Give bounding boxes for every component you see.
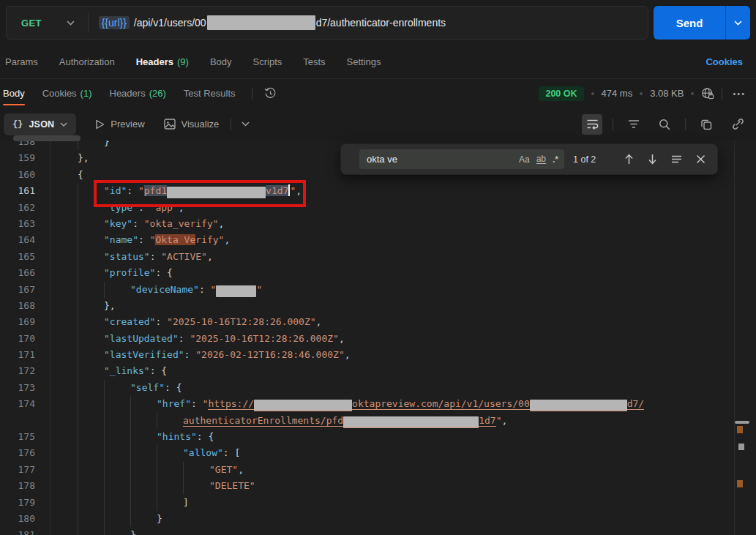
dot-separator — [591, 92, 594, 95]
find-options-icon[interactable] — [671, 155, 682, 163]
line-number: 159 — [0, 150, 35, 166]
code-token: { — [208, 431, 214, 442]
request-tab-params[interactable]: Params — [5, 56, 38, 67]
indent-guide — [157, 462, 157, 478]
code-line[interactable]: 164"name": "Okta Verify", — [0, 232, 756, 248]
indent-guide — [78, 347, 78, 363]
wrap-text-button[interactable] — [582, 114, 602, 135]
close-icon[interactable] — [696, 154, 706, 164]
view-options-chevron-icon[interactable] — [242, 121, 250, 127]
code-line[interactable]: 172"_links": { — [0, 363, 756, 379]
line-number: 164 — [0, 232, 35, 248]
redacted-value — [216, 285, 256, 297]
visualize-toggle[interactable]: Visualize — [164, 119, 220, 130]
request-tab-headers[interactable]: Headers(9) — [136, 56, 189, 67]
indent-guide — [130, 429, 131, 445]
code-line[interactable]: 176"allow": [ — [0, 445, 756, 461]
history-icon[interactable] — [264, 87, 277, 100]
code-token: "2025-10-16T12:28:26.000Z" — [167, 316, 316, 327]
code-line[interactable]: 163"key": "okta_verify", — [0, 216, 756, 232]
code-text: "name": "Okta Verify", — [104, 232, 230, 248]
indent-guide — [78, 282, 78, 298]
code-token: , — [316, 316, 322, 327]
code-line[interactable]: 171"lastVerified": "2026-02-12T16:28:46.… — [0, 347, 756, 363]
response-tab-body[interactable]: Body — [3, 79, 25, 108]
request-tab-authorization[interactable]: Authorization — [59, 56, 115, 67]
request-tab-settings[interactable]: Settings — [347, 56, 381, 67]
line-number: 181 — [0, 527, 35, 535]
network-globe-icon[interactable] — [701, 87, 714, 100]
link-icon[interactable] — [727, 114, 747, 135]
search-input[interactable]: okta ve Aa ab .* — [359, 149, 564, 169]
indent-guide — [78, 413, 78, 429]
more-options-icon[interactable]: ••• — [733, 89, 746, 98]
line-number: 171 — [0, 347, 35, 363]
whole-word-toggle[interactable]: ab — [536, 154, 546, 164]
code-token: : — [155, 316, 167, 327]
code-line[interactable]: 169"created": "2025-10-16T12:28:26.000Z"… — [0, 314, 756, 330]
line-number: 170 — [0, 331, 35, 347]
code-line[interactable]: 165"status": "ACTIVE", — [0, 249, 756, 265]
code-token: , — [501, 415, 507, 426]
code-token: "created" — [104, 316, 155, 327]
code-token: : — [155, 267, 167, 278]
cookies-link[interactable]: Cookies — [706, 56, 743, 67]
next-match-icon[interactable] — [648, 154, 657, 165]
search-results-count: 1 of 2 — [573, 154, 596, 165]
request-tab-scripts[interactable]: Scripts — [253, 56, 282, 67]
url-value[interactable]: {{url}} /api/v1/users/00d7/authenticator… — [89, 15, 648, 30]
code-line[interactable]: 178"DELETE" — [0, 478, 756, 494]
tab-count: (9) — [177, 56, 189, 67]
send-label[interactable]: Send — [654, 6, 725, 40]
match-case-toggle[interactable]: Aa — [519, 154, 530, 165]
indent-guide — [78, 298, 78, 314]
response-tab-cookies[interactable]: Cookies(1) — [42, 79, 92, 108]
code-line[interactable]: 173"self": { — [0, 380, 756, 396]
previous-match-icon[interactable] — [624, 154, 634, 165]
code-token: { — [78, 169, 83, 180]
code-line[interactable]: authenticatorEnrollments/pfd1d7", — [0, 413, 756, 429]
url-input[interactable]: GET {{url}} /api/v1/users/00d7/authentic… — [6, 6, 648, 40]
filter-icon[interactable] — [624, 114, 644, 135]
indent-guide — [104, 527, 105, 535]
code-token: : — [179, 333, 190, 344]
code-line[interactable]: 170"lastUpdated": "2025-10-16T12:28:26.0… — [0, 331, 756, 347]
body-format-dropdown[interactable]: {} JSON — [4, 113, 76, 135]
response-body-editor[interactable]: 158}159},160{161"id": "pfd1v1d7",162"typ… — [0, 141, 756, 535]
regex-toggle[interactable]: .* — [553, 154, 558, 165]
code-line[interactable]: 179] — [0, 495, 756, 511]
code-text: "self": { — [130, 380, 181, 396]
send-options-chevron-icon[interactable] — [726, 6, 750, 40]
search-query[interactable]: okta ve — [367, 154, 512, 165]
visualize-label: Visualize — [181, 119, 220, 130]
code-line[interactable]: 168}, — [0, 298, 756, 314]
copy-icon[interactable] — [696, 114, 716, 135]
overview-ruler — [734, 141, 735, 535]
code-line[interactable]: 175"hints": { — [0, 429, 756, 445]
preview-toggle[interactable]: Preview — [95, 119, 144, 130]
method-selector[interactable]: GET — [7, 7, 88, 39]
code-line[interactable]: 167"deviceName": "" — [0, 282, 756, 298]
response-tab-test-results[interactable]: Test Results — [184, 79, 236, 108]
code-token: rify — [195, 234, 218, 245]
indent-guide — [78, 445, 78, 461]
code-line[interactable]: 181} — [0, 527, 756, 535]
request-tab-tests[interactable]: Tests — [303, 56, 325, 67]
code-line[interactable]: 177"GET", — [0, 462, 756, 478]
scrollbar-thumb[interactable] — [735, 421, 749, 424]
code-text: "GET", — [209, 462, 244, 478]
send-button[interactable]: Send — [654, 6, 750, 40]
response-tab-headers[interactable]: Headers(26) — [110, 79, 166, 108]
search-icon[interactable] — [654, 114, 675, 135]
indent-guide — [183, 462, 184, 478]
code-text: "profile": { — [104, 265, 173, 281]
tab-label: Settings — [347, 56, 381, 67]
indent-guide — [104, 511, 105, 527]
code-line[interactable]: 180} — [0, 511, 756, 527]
indent-guide — [78, 183, 78, 199]
request-tab-body[interactable]: Body — [210, 56, 232, 67]
code-token: "okta_verify" — [144, 218, 219, 229]
redacted-value — [254, 400, 352, 411]
code-line[interactable]: 174"href": "https://oktapreview.com/api/… — [0, 396, 756, 412]
code-line[interactable]: 166"profile": { — [0, 265, 756, 281]
